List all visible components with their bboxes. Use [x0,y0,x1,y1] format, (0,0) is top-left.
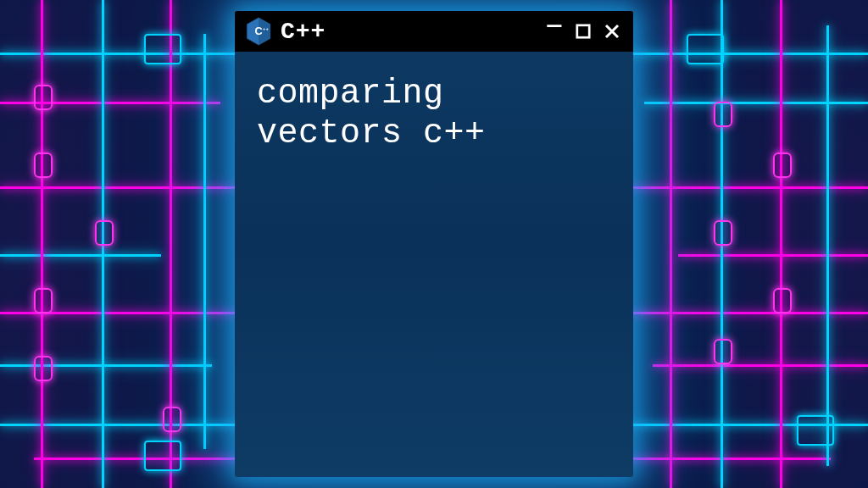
titlebar[interactable]: C + + C++ — [235,11,633,52]
cpp-hexagon-icon: C + + [245,17,272,46]
window-title: C++ [281,19,535,45]
window-controls: — [543,20,623,42]
window-content: comparing vectors c++ [235,52,633,477]
app-window: C + + C++ — comparing vectors c++ [235,11,633,477]
minimize-button[interactable]: — [543,15,565,37]
svg-text:+: + [266,27,269,31]
svg-text:C: C [254,25,262,37]
close-button[interactable] [601,20,623,42]
svg-rect-5 [577,25,589,37]
svg-text:+: + [263,27,265,31]
content-text: comparing vectors c++ [257,75,486,152]
maximize-button[interactable] [572,20,594,42]
